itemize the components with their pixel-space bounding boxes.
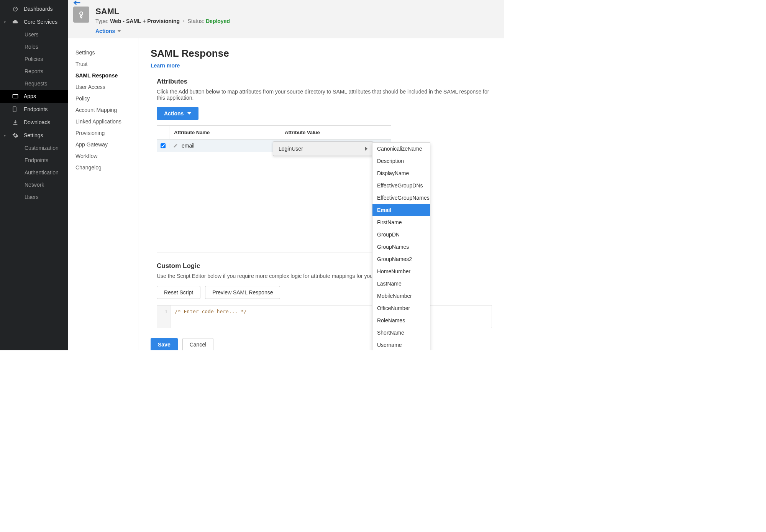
flyout-item[interactable]: HomeNumber — [372, 265, 430, 277]
flyout-item[interactable]: MobileNumber — [372, 290, 430, 302]
sidebar-sub-requests[interactable]: Requests — [0, 77, 68, 90]
flyout-item[interactable]: Username — [372, 339, 430, 350]
sidebar-sub-endpoints[interactable]: Endpoints — [0, 154, 68, 166]
svg-point-0 — [13, 7, 18, 11]
attributes-desc: Click the Add button below to map attrib… — [157, 89, 492, 101]
editor-code[interactable]: /* Enter code here... */ — [171, 305, 492, 328]
cloud-icon — [12, 19, 19, 25]
device-icon — [12, 106, 19, 112]
page-title: SAML Response — [151, 48, 492, 59]
editor-gutter: 1 — [157, 305, 171, 328]
edit-icon[interactable] — [173, 143, 178, 148]
subnav-app-gateway[interactable]: App Gateway — [68, 139, 138, 150]
subnav-provisioning[interactable]: Provisioning — [68, 127, 138, 139]
flyout-item[interactable]: FirstName — [372, 216, 430, 228]
submenu-item-loginuser[interactable]: LoginUser — [273, 142, 373, 156]
subnav-changelog[interactable]: Changelog — [68, 162, 138, 173]
sidebar-sub-authentication[interactable]: Authentication — [0, 166, 68, 179]
actions-btn-label: Actions — [164, 110, 184, 117]
chevron-down-icon: ▾ — [4, 133, 8, 138]
sidebar-item-dashboards[interactable]: Dashboards — [0, 2, 68, 15]
sidebar-label: Dashboards — [24, 6, 53, 12]
preview-saml-button[interactable]: Preview SAML Response — [205, 286, 280, 299]
chevron-down-icon — [117, 30, 121, 32]
flyout-item[interactable]: RoleNames — [372, 314, 430, 327]
sidebar-sub-users[interactable]: Users — [0, 28, 68, 41]
header-actions-dropdown[interactable]: Actions — [95, 28, 121, 34]
chevron-down-icon: ▾ — [4, 20, 8, 24]
sidebar-label: Downloads — [24, 119, 50, 125]
flyout-item[interactable]: DisplayName — [372, 167, 430, 179]
content-pane: SAML Response Learn more Attributes Clic… — [138, 38, 504, 350]
flyout-item[interactable]: CanonicalizeName — [372, 143, 430, 155]
page-header: SAML Type: Web - SAML + Provisioning • S… — [68, 0, 504, 38]
sidebar-sub-network[interactable]: Network — [0, 179, 68, 191]
subnav-settings[interactable]: Settings — [68, 47, 138, 58]
custom-logic-section: Custom Logic Use the Script Editor below… — [157, 262, 492, 328]
gear-icon — [12, 132, 19, 138]
apps-icon — [12, 94, 19, 99]
sidebar-label: Endpoints — [24, 106, 48, 112]
flyout-item[interactable]: GroupNames2 — [372, 253, 430, 265]
reset-script-button[interactable]: Reset Script — [157, 286, 200, 299]
left-sidebar: Dashboards ▾ Core Services Users Roles P… — [0, 0, 68, 350]
sidebar-sub-roles[interactable]: Roles — [0, 41, 68, 53]
attribute-value-flyout: CanonicalizeName Description DisplayName… — [372, 142, 430, 350]
svg-rect-1 — [13, 94, 18, 98]
save-button[interactable]: Save — [151, 338, 178, 350]
sidebar-item-endpoints[interactable]: Endpoints — [0, 103, 68, 116]
attributes-actions-button[interactable]: Actions — [157, 107, 198, 120]
flyout-item[interactable]: LastName — [372, 277, 430, 290]
flyout-item[interactable]: GroupDN — [372, 228, 430, 241]
back-arrow-icon[interactable] — [72, 0, 82, 5]
col-attribute-name: Attribute Name — [169, 126, 280, 139]
flyout-item[interactable]: EffectiveGroupNames — [372, 192, 430, 204]
subnav-saml-response[interactable]: SAML Response — [68, 70, 138, 81]
footer-buttons: Save Cancel — [151, 338, 492, 350]
main-area: SAML Type: Web - SAML + Provisioning • S… — [68, 0, 504, 350]
app-title: SAML — [95, 7, 230, 16]
chevron-down-icon — [187, 112, 191, 115]
subnav-user-access[interactable]: User Access — [68, 81, 138, 93]
app-badge-icon — [73, 7, 89, 23]
flyout-item[interactable]: Description — [372, 155, 430, 167]
sidebar-label: Settings — [24, 132, 43, 138]
subnav-linked-applications[interactable]: Linked Applications — [68, 116, 138, 127]
sub-navigation: Settings Trust SAML Response User Access… — [68, 38, 138, 350]
chevron-right-icon — [365, 147, 367, 151]
app-meta: Type: Web - SAML + Provisioning • Status… — [95, 18, 230, 24]
sidebar-sub-reports[interactable]: Reports — [0, 65, 68, 77]
actions-label: Actions — [95, 28, 115, 34]
gauge-icon — [12, 6, 19, 12]
subnav-workflow[interactable]: Workflow — [68, 150, 138, 162]
subnav-account-mapping[interactable]: Account Mapping — [68, 104, 138, 116]
sidebar-sub-policies[interactable]: Policies — [0, 53, 68, 65]
sidebar-item-apps[interactable]: Apps — [0, 90, 68, 103]
status-label: Status: — [188, 18, 205, 24]
flyout-item[interactable]: GroupNames — [372, 241, 430, 253]
sidebar-item-core-services[interactable]: ▾ Core Services — [0, 15, 68, 28]
checkbox-input[interactable] — [161, 143, 166, 148]
col-attribute-value: Attribute Value — [280, 126, 391, 139]
subnav-policy[interactable]: Policy — [68, 93, 138, 104]
sidebar-sub-customization[interactable]: Customization — [0, 142, 68, 154]
flyout-item[interactable]: ShortName — [372, 327, 430, 339]
subnav-trust[interactable]: Trust — [68, 58, 138, 70]
flyout-item-selected[interactable]: Email — [372, 204, 430, 216]
attribute-value-submenu: LoginUser — [273, 141, 373, 156]
flyout-item[interactable]: OfficeNumber — [372, 302, 430, 314]
svg-rect-2 — [13, 107, 16, 112]
custom-logic-desc: Use the Script Editor below if you requi… — [157, 273, 492, 279]
sidebar-sub-users[interactable]: Users — [0, 191, 68, 203]
sidebar-label: Apps — [24, 93, 36, 99]
attributes-title: Attributes — [157, 78, 492, 85]
cancel-button[interactable]: Cancel — [182, 338, 214, 350]
sidebar-item-settings[interactable]: ▾ Settings — [0, 129, 68, 142]
learn-more-link[interactable]: Learn more — [151, 62, 180, 69]
row-checkbox[interactable] — [157, 143, 169, 148]
flyout-item[interactable]: EffectiveGroupDNs — [372, 179, 430, 192]
sidebar-item-downloads[interactable]: Downloads — [0, 116, 68, 129]
type-label: Type: — [95, 18, 108, 24]
script-editor[interactable]: 1 /* Enter code here... */ — [157, 305, 492, 328]
status-value: Deployed — [206, 18, 230, 24]
